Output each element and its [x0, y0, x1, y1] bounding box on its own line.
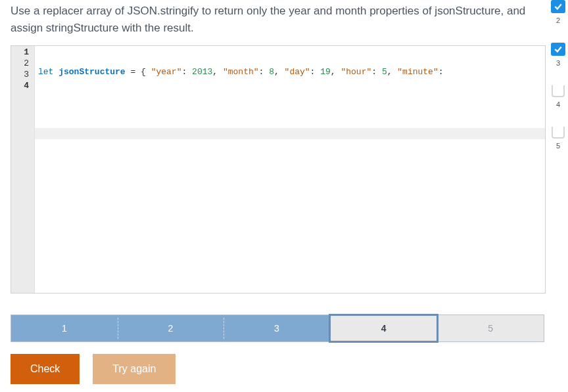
step-5[interactable]: 5 — [437, 315, 544, 341]
step-3[interactable]: 3 — [224, 315, 330, 341]
checkmark-icon — [551, 0, 565, 13]
step-1[interactable]: 1 — [11, 315, 118, 341]
open-brace: { — [141, 67, 151, 77]
code-area[interactable]: let jsonStructure = { "year": 2013, "mon… — [35, 46, 545, 190]
comma: , — [331, 67, 341, 77]
progress-item-3[interactable]: 3 — [551, 43, 565, 67]
step-2[interactable]: 2 — [118, 315, 224, 341]
colon: : — [259, 67, 264, 77]
key-day: "day" — [285, 67, 310, 77]
val-day: 19 — [320, 67, 331, 77]
instructions-text: Use a replacer array of JSON.stringify t… — [11, 0, 546, 45]
progress-label: 4 — [556, 100, 560, 108]
progress-item-2[interactable]: 2 — [551, 0, 565, 24]
key-year: "year" — [151, 67, 182, 77]
code-line-4[interactable] — [35, 159, 545, 170]
code-editor[interactable]: 1234 let jsonStructure = { "year": 2013,… — [11, 45, 546, 294]
button-row: Check Try again — [11, 354, 546, 384]
step-4[interactable]: 4 — [329, 314, 439, 343]
val-month: 8 — [269, 67, 274, 77]
progress-label: 2 — [556, 16, 560, 24]
line-gutter: 1234 — [11, 46, 35, 293]
step-navigation: 12345 — [11, 315, 544, 342]
keyword-let: let — [38, 67, 53, 77]
colon: : — [371, 67, 377, 77]
try-again-button[interactable]: Try again — [93, 354, 176, 384]
progress-sidebar: 2345 — [548, 0, 568, 150]
variable-name: jsonStructure — [59, 67, 125, 77]
key-minute: "minute" — [397, 67, 438, 77]
equals-op: = — [126, 67, 141, 77]
comma: , — [387, 67, 398, 77]
code-line-1: let jsonStructure = { "year": 2013, "mon… — [35, 66, 545, 77]
checkmark-icon — [551, 43, 565, 56]
key-hour: "hour" — [341, 67, 371, 77]
empty-box-icon — [552, 127, 565, 139]
colon: : — [310, 67, 316, 77]
line-number: 2 — [11, 58, 34, 69]
colon: : — [181, 67, 187, 77]
comma: , — [274, 67, 285, 77]
progress-label: 3 — [556, 59, 560, 67]
line-number: 1 — [11, 47, 34, 58]
progress-item-4[interactable]: 4 — [552, 85, 565, 108]
val-year: 2013 — [192, 67, 212, 77]
code-line-2[interactable] — [35, 97, 545, 108]
code-line-3[interactable] — [35, 128, 545, 139]
check-button[interactable]: Check — [11, 354, 80, 384]
key-month: "month" — [223, 67, 259, 77]
colon: : — [438, 67, 444, 77]
line-number: 3 — [11, 69, 34, 80]
val-hour: 5 — [382, 67, 387, 77]
empty-box-icon — [552, 85, 565, 97]
line-number: 4 — [11, 80, 34, 91]
comma: , — [212, 67, 223, 77]
progress-item-5[interactable]: 5 — [552, 127, 565, 150]
progress-label: 5 — [556, 142, 560, 150]
